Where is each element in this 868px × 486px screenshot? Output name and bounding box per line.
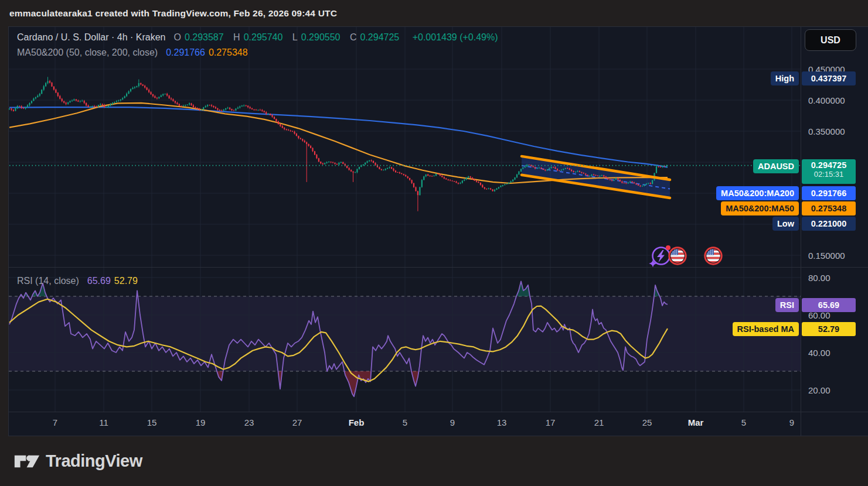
ohlc-L: L0.290550 — [292, 32, 344, 42]
price-tick-label: 0.350000 — [808, 126, 867, 137]
ma-study-title[interactable]: MA50&200 (50, close, 200, close) — [17, 47, 158, 57]
lightning-event-icon — [649, 245, 670, 267]
time-tick-label: Mar — [678, 417, 713, 427]
symbol-legend[interactable]: Cardano / U. S. Dollar · 4h · KrakenO0.2… — [17, 32, 502, 43]
time-tick-label: 5 — [726, 417, 761, 427]
rsi-ma-value: 52.79 — [114, 276, 138, 286]
time-tick-label: 27 — [280, 417, 315, 427]
ma50-value: 0.275348 — [209, 47, 248, 57]
ma200-line — [9, 107, 668, 167]
footer-bar: TradingView — [0, 436, 868, 486]
time-tick-label: 15 — [134, 417, 169, 427]
time-tick-label: Feb — [339, 417, 374, 427]
symbol-title[interactable]: Cardano / U. S. Dollar · 4h · Kraken — [17, 32, 165, 42]
rsi-badge-value-rsima: 52.79 — [802, 322, 856, 336]
price-badge-value-adausd: 0.29472502:15:31 — [802, 159, 856, 184]
snapshot-title: emmaculatearaka1 created with TradingVie… — [9, 8, 337, 19]
rsi-oversold-fill — [217, 371, 419, 396]
time-tick-label: 5 — [387, 417, 423, 427]
time-tick-label: 13 — [484, 417, 519, 427]
rsi-tick-label: 80.00 — [808, 272, 867, 283]
tradingview-snapshot-page: emmaculatearaka1 created with TradingVie… — [0, 0, 868, 486]
panel-divider[interactable] — [9, 267, 868, 268]
ohlc-O: O0.293587 — [173, 32, 227, 42]
price-tick-label: 0.150000 — [808, 250, 867, 261]
price-badge-label-low: Low — [772, 217, 799, 231]
candle-wicks-down — [11, 80, 664, 211]
rsi-tick-label: 20.00 — [808, 385, 867, 396]
rsi-tick-label: 40.00 — [808, 347, 867, 358]
time-tick-label: 17 — [533, 417, 568, 427]
snapshot-header: emmaculatearaka1 created with TradingVie… — [0, 0, 868, 26]
price-tick-label: 0.400000 — [808, 95, 867, 106]
rsi-study-title[interactable]: RSI (14, close) — [17, 276, 79, 286]
price-badge-label-high: High — [771, 71, 799, 85]
currency-toggle-button[interactable]: USD — [805, 29, 856, 51]
ma200-value: 0.291766 — [166, 47, 205, 57]
tradingview-logo-icon[interactable] — [14, 450, 40, 473]
time-tick-label: 9 — [774, 417, 809, 427]
bar-countdown: 02:15:31 — [802, 170, 856, 179]
time-tick-label: 7 — [38, 417, 73, 427]
us-flag-event-icon-2 — [705, 248, 721, 264]
price-badge-value-ma200: 0.291766 — [802, 186, 856, 200]
price-badge-value-high: 0.437397 — [802, 71, 856, 85]
price-badge-label-adausd: ADAUSD — [753, 159, 799, 173]
time-tick-label: 19 — [183, 417, 218, 427]
rsi-badge-label-rsima: RSI-based MA — [733, 322, 799, 336]
price-panel-canvas[interactable] — [9, 27, 801, 267]
ohlc-C: C0.294725 — [350, 32, 403, 42]
ohlc-H: H0.295740 — [233, 32, 286, 42]
time-tick-label: 25 — [629, 417, 665, 427]
price-badge-label-ma200: MA50&200:MA200 — [716, 186, 799, 200]
price-scale-separator — [801, 27, 801, 436]
tradingview-wordmark[interactable]: TradingView — [46, 451, 142, 471]
time-axis[interactable]: 71115192327Feb5913172125Mar59 — [9, 412, 801, 437]
rsi-badge-label-rsi: RSI — [775, 298, 799, 312]
time-tick-label: 21 — [581, 417, 617, 427]
rsi-panel-canvas[interactable] — [9, 267, 801, 412]
rsi-legend[interactable]: RSI (14, close)65.6952.79 — [17, 276, 141, 286]
time-tick-label: 23 — [232, 417, 267, 427]
rsi-badge-value-rsi: 65.69 — [802, 298, 856, 312]
chart-area[interactable]: Cardano / U. S. Dollar · 4h · KrakenO0.2… — [8, 26, 868, 436]
us-flag-event-icon — [669, 248, 686, 264]
time-tick-label: 9 — [435, 417, 470, 427]
rsi-value: 65.69 — [87, 276, 111, 286]
price-badge-label-ma50: MA50&200:MA50 — [721, 201, 799, 215]
price-badge-value-ma50: 0.275348 — [802, 201, 856, 215]
ma-legend[interactable]: MA50&200 (50, close, 200, close)0.291766… — [17, 47, 251, 58]
time-tick-label: 11 — [86, 417, 121, 427]
ohlc-values: O0.293587 H0.295740 L0.290550 C0.294725 — [173, 32, 409, 42]
change-value: +0.001439 (+0.49%) — [413, 32, 498, 42]
price-badge-value-low: 0.221000 — [802, 217, 856, 231]
